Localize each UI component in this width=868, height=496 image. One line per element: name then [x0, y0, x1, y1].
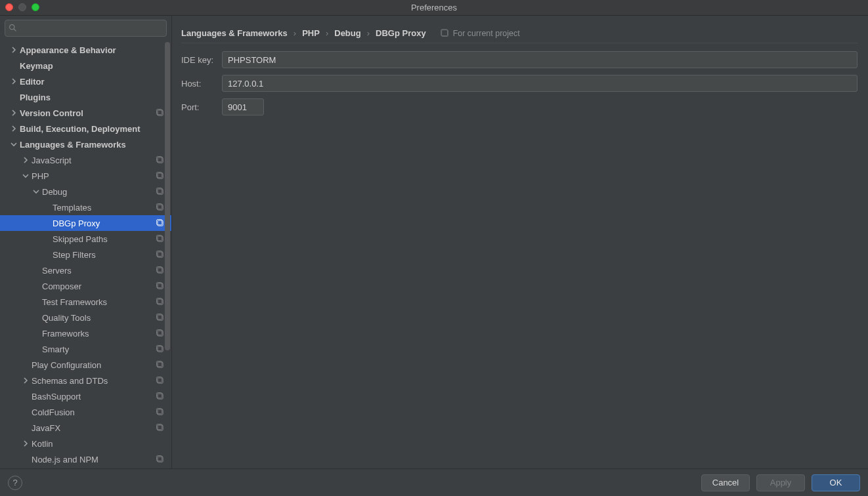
tree-item-label: JavaFX — [32, 423, 156, 433]
tree-item[interactable]: BashSupport — [0, 388, 171, 404]
tree-item[interactable]: ColdFusion — [0, 404, 171, 420]
close-window-icon[interactable] — [5, 3, 13, 11]
tree-item[interactable]: Appearance & Behavior — [0, 42, 171, 58]
tree-item-label: Debug — [42, 187, 156, 197]
tree-item[interactable]: Version Control — [0, 105, 171, 121]
breadcrumb-segment[interactable]: Debug — [334, 28, 360, 38]
tree-item-label: Step Filters — [53, 250, 156, 260]
tree-item[interactable]: Plugins — [0, 89, 171, 105]
chevron-right-icon[interactable] — [11, 78, 17, 85]
ok-button[interactable]: OK — [812, 474, 860, 491]
scope-label: For current project — [453, 29, 520, 38]
apply-button[interactable]: Apply — [756, 474, 805, 491]
arrow-spacer — [22, 393, 29, 400]
chevron-right-icon[interactable] — [22, 377, 29, 384]
dialog-footer: ? Cancel Apply OK — [0, 468, 868, 496]
tree-item[interactable]: DBGp Proxy — [0, 215, 171, 231]
tree-item[interactable]: Servers — [0, 262, 171, 278]
arrow-spacer — [22, 424, 29, 431]
tree-item[interactable]: Schemas and DTDs — [0, 373, 171, 388]
project-scope-icon — [156, 392, 165, 401]
tree-item-label: Build, Execution, Deployment — [20, 124, 165, 134]
project-scope-icon — [441, 29, 449, 37]
tree-item[interactable]: Composer — [0, 278, 171, 294]
chevron-down-icon[interactable] — [11, 141, 17, 148]
breadcrumb-segment[interactable]: PHP — [302, 28, 320, 38]
arrow-spacer — [33, 267, 39, 274]
search-input[interactable] — [5, 20, 167, 37]
chevron-right-icon: › — [367, 28, 370, 38]
tree-item[interactable]: Step Filters — [0, 247, 171, 262]
tree-item[interactable]: Quality Tools — [0, 310, 171, 325]
chevron-right-icon[interactable] — [22, 157, 29, 163]
tree-item[interactable]: Frameworks — [0, 325, 171, 341]
tree-item[interactable]: Play Configuration — [0, 357, 171, 373]
project-scope-icon — [156, 282, 165, 291]
arrow-spacer — [43, 236, 50, 242]
project-scope-icon — [156, 109, 165, 117]
project-scope-icon — [156, 408, 165, 417]
breadcrumb-segment[interactable]: Languages & Frameworks — [181, 28, 288, 38]
project-scope-icon — [156, 377, 165, 385]
arrow-spacer — [22, 409, 29, 415]
arrow-spacer — [11, 62, 17, 69]
arrow-spacer — [33, 314, 39, 321]
chevron-down-icon[interactable] — [22, 173, 29, 179]
tree-item-label: PHP — [32, 171, 156, 181]
tree-item-label: Composer — [42, 281, 156, 291]
tree-item-label: Appearance & Behavior — [20, 45, 165, 55]
project-scope-icon — [156, 172, 165, 180]
project-scope-icon — [156, 455, 165, 464]
tree-item[interactable]: Languages & Frameworks — [0, 136, 171, 152]
tree-item-label: Frameworks — [42, 329, 156, 339]
zoom-window-icon[interactable] — [32, 3, 39, 11]
tree-item[interactable]: Build, Execution, Deployment — [0, 121, 171, 136]
window-title: Preferences — [411, 3, 457, 12]
ide-key-label: IDE key: — [181, 55, 222, 65]
tree-item[interactable]: Templates — [0, 199, 171, 215]
tree-item-label: Schemas and DTDs — [32, 376, 156, 386]
arrow-spacer — [22, 362, 29, 368]
project-scope-icon — [156, 298, 165, 306]
preferences-main: Languages & Frameworks›PHP›Debug›DBGp Pr… — [172, 16, 868, 468]
tree-item[interactable]: Smarty — [0, 341, 171, 357]
chevron-down-icon[interactable] — [33, 188, 39, 195]
preferences-tree[interactable]: Appearance & BehaviorKeymapEditorPlugins… — [0, 41, 171, 468]
cancel-button[interactable]: Cancel — [701, 474, 750, 491]
tree-item[interactable]: JavaScript — [0, 152, 171, 168]
tree-item[interactable]: Keymap — [0, 58, 171, 73]
chevron-right-icon[interactable] — [22, 440, 29, 447]
project-scope-icon — [156, 219, 165, 228]
host-field[interactable] — [222, 75, 857, 92]
help-button[interactable]: ? — [8, 476, 22, 490]
tree-item[interactable]: Debug — [0, 184, 171, 199]
chevron-right-icon[interactable] — [11, 110, 17, 116]
preferences-sidebar: Appearance & BehaviorKeymapEditorPlugins… — [0, 16, 172, 468]
tree-item-label: BashSupport — [32, 392, 156, 402]
chevron-right-icon[interactable] — [11, 47, 17, 53]
port-label: Port: — [181, 102, 222, 112]
arrow-spacer — [33, 299, 39, 305]
project-scope-icon — [156, 188, 165, 196]
project-scope-icon — [156, 266, 165, 275]
tree-item[interactable]: Kotlin — [0, 436, 171, 451]
tree-item[interactable]: JavaFX — [0, 420, 171, 436]
chevron-right-icon[interactable] — [11, 125, 17, 132]
chevron-right-icon: › — [326, 28, 328, 38]
tree-item[interactable]: Node.js and NPM — [0, 451, 171, 467]
sidebar-scrollbar[interactable] — [165, 42, 170, 467]
port-field[interactable] — [222, 98, 264, 115]
tree-item[interactable]: Skipped Paths — [0, 231, 171, 247]
ide-key-field[interactable] — [222, 51, 857, 68]
tree-item[interactable]: Editor — [0, 73, 171, 89]
tree-item[interactable]: PHP — [0, 168, 171, 184]
tree-item-label: ColdFusion — [32, 407, 156, 417]
scope-indicator: For current project — [441, 29, 520, 38]
tree-item-label: Test Frameworks — [42, 297, 156, 307]
sidebar-scrollbar-thumb[interactable] — [165, 42, 170, 350]
tree-item-label: Templates — [53, 203, 156, 213]
arrow-spacer — [43, 220, 50, 226]
arrow-spacer — [33, 346, 39, 352]
tree-item[interactable]: Test Frameworks — [0, 294, 171, 310]
breadcrumb-segment[interactable]: DBGp Proxy — [376, 28, 426, 38]
